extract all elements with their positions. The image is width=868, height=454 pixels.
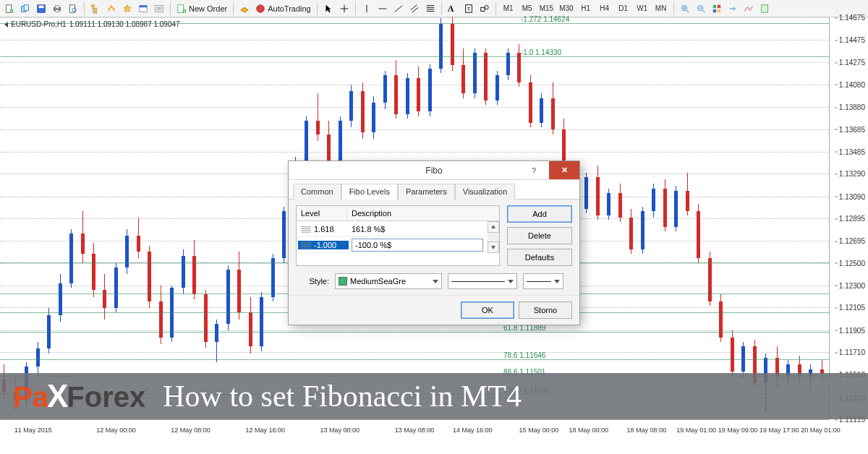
svg-rect-26 — [712, 4, 715, 7]
nav-panel-button[interactable] — [88, 1, 103, 16]
fib-line[interactable] — [0, 332, 829, 333]
floppy-icon — [36, 4, 46, 14]
close-button[interactable]: ✕ — [549, 161, 579, 179]
time-label: 14 May 16:00 — [453, 427, 493, 434]
price-tick: 1.12695 — [839, 237, 865, 245]
color-select[interactable]: MediumSeaGre — [335, 273, 442, 289]
save-button[interactable] — [33, 1, 49, 16]
timeframe-m30[interactable]: M30 — [556, 1, 576, 16]
data-button[interactable] — [103, 1, 119, 16]
folder-button[interactable] — [17, 1, 33, 16]
time-label: 18 May 08:00 — [627, 427, 667, 434]
timeframe-d1[interactable]: D1 — [614, 1, 633, 16]
level-desc-cell[interactable] — [349, 239, 486, 252]
timeframe-m15[interactable]: M15 — [537, 1, 556, 16]
color-name: MediumSeaGre — [350, 277, 406, 286]
time-label: 12 May 08:00 — [171, 427, 210, 434]
expert-button[interactable] — [237, 1, 252, 16]
level-desc-input[interactable] — [352, 239, 483, 252]
price-tick: 1.14080 — [839, 80, 865, 88]
objects-button[interactable] — [477, 1, 493, 16]
zoom-out-button[interactable] — [693, 1, 709, 16]
level-desc-cell[interactable]: 161.8 %$ — [349, 225, 486, 234]
levels-scrollbar[interactable] — [488, 221, 499, 253]
svg-point-19 — [257, 4, 265, 12]
price-tick: 1.12300 — [839, 281, 865, 289]
terminal-button[interactable] — [135, 1, 151, 16]
timeframe-m1[interactable]: M1 — [499, 1, 518, 16]
level-value-cell[interactable]: 1.618 — [298, 225, 349, 234]
dialog-titlebar[interactable]: Fibo ? ✕ — [289, 161, 579, 180]
timeframe-w1[interactable]: W1 — [633, 1, 652, 16]
shift-button[interactable] — [725, 1, 741, 16]
cancel-button[interactable]: Storno — [519, 301, 572, 319]
timeframe-h1[interactable]: H1 — [576, 1, 595, 16]
timeframe-mn[interactable]: MN — [652, 1, 671, 16]
tab-visualization[interactable]: Visualization — [455, 184, 516, 200]
shift-icon — [728, 4, 738, 14]
fibo-button[interactable] — [422, 1, 438, 16]
play-icon — [255, 4, 265, 14]
svg-rect-27 — [718, 4, 720, 7]
new-file-button[interactable] — [1, 1, 17, 16]
price-tick: 1.13290 — [839, 170, 865, 178]
strategy-button[interactable] — [119, 1, 135, 16]
label-button[interactable]: T — [461, 1, 477, 16]
col-level-header[interactable]: Level — [297, 206, 347, 220]
scroll-down-icon[interactable] — [488, 241, 499, 253]
cursor-button[interactable] — [320, 1, 336, 16]
new-order-button[interactable]: New Order — [174, 1, 230, 16]
fib-line[interactable] — [0, 56, 829, 57]
fib-line[interactable] — [0, 23, 829, 24]
timeframe-h4[interactable]: H4 — [595, 1, 614, 16]
zoom-in-button[interactable] — [677, 1, 693, 16]
vline-button[interactable] — [359, 1, 375, 16]
preview-icon — [68, 4, 78, 14]
print-button[interactable] — [49, 1, 65, 16]
time-label: 19 May 09:00 — [718, 427, 758, 434]
brand-logo: Pa X Forex — [13, 378, 145, 414]
chart-area[interactable]: EURUSD-Pro,H1 1.09111 1.09130 1.08987 1.… — [0, 17, 868, 437]
help-button[interactable]: ? — [519, 161, 549, 179]
tab-common[interactable]: Common — [293, 184, 341, 200]
tab-fibo-levels[interactable]: Fibo Levels — [341, 184, 398, 200]
level-value-cell[interactable]: -1.000 — [298, 241, 349, 249]
indicators-button[interactable] — [741, 1, 757, 16]
autotrading-button[interactable]: AutoTrading — [252, 1, 314, 16]
hline-button[interactable] — [375, 1, 391, 16]
crosshair-button[interactable] — [336, 1, 352, 16]
preview-button[interactable] — [65, 1, 81, 16]
printer-icon — [52, 4, 62, 14]
svg-rect-15 — [140, 5, 148, 7]
trendline-button[interactable] — [391, 1, 407, 16]
templates-button[interactable] — [757, 1, 773, 16]
tab-parameters[interactable]: Parameters — [398, 184, 455, 200]
line-width-select[interactable] — [523, 273, 563, 289]
level-row[interactable]: 1.618161.8 %$ — [297, 221, 488, 237]
time-label: 18 May 00:00 — [569, 427, 608, 434]
level-value: -1.000 — [314, 241, 336, 249]
timeframe-m5[interactable]: M5 — [518, 1, 537, 16]
price-tick: 1.13090 — [839, 192, 865, 200]
svg-rect-5 — [39, 5, 44, 8]
chart-windows-button[interactable] — [709, 1, 725, 16]
hat-icon — [239, 4, 250, 14]
channel-button[interactable] — [407, 1, 422, 16]
svg-rect-29 — [718, 9, 720, 12]
ok-button[interactable]: OK — [461, 301, 514, 319]
col-desc-header[interactable]: Description — [347, 206, 499, 220]
add-button[interactable]: Add — [507, 205, 572, 223]
windows-icon — [712, 4, 722, 14]
line-style-select[interactable] — [448, 273, 517, 289]
fib-line[interactable] — [0, 359, 829, 360]
level-row[interactable]: -1.000 — [297, 237, 488, 253]
history-button[interactable] — [151, 1, 167, 16]
scroll-up-icon[interactable] — [488, 221, 499, 233]
defaults-button[interactable]: Defaults — [507, 249, 572, 266]
price-tick: 1.12105 — [839, 304, 865, 312]
delete-button[interactable]: Delete — [507, 227, 572, 244]
fib-label: -1.272 1.14624 — [521, 15, 569, 23]
text-button[interactable]: A — [445, 1, 461, 16]
time-label: 19 May 17:00 — [760, 427, 799, 434]
time-label: 13 May 00:00 — [320, 427, 360, 434]
